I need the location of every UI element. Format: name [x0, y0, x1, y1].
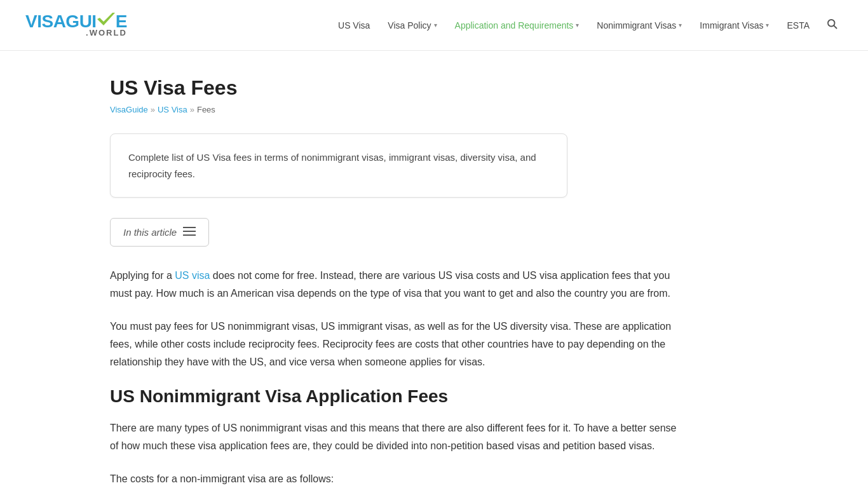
nav-item-visa-policy[interactable]: Visa Policy ▾ — [381, 15, 443, 36]
in-article-toggle[interactable]: In this article — [110, 218, 209, 247]
nav-item-application-requirements[interactable]: Application and Requirements ▾ — [449, 15, 586, 36]
chevron-down-icon: ▾ — [434, 22, 437, 29]
chevron-down-icon: ▾ — [576, 22, 579, 29]
us-visa-link[interactable]: US visa — [175, 270, 210, 281]
svg-line-2 — [834, 25, 836, 28]
site-logo[interactable]: VISA GUI E .WORLD — [25, 13, 127, 37]
nav-item-nonimmigrant-visas[interactable]: Nonimmigrant Visas ▾ — [590, 15, 688, 36]
section1-paragraph-2: The costs for a non-immigrant visa are a… — [110, 470, 682, 488]
logo-bird-icon — [97, 13, 115, 27]
section1-heading: US Nonimmigrant Visa Application Fees — [110, 386, 682, 407]
logo-world-text: .WORLD — [25, 28, 127, 37]
breadcrumb-sep2: » — [190, 105, 194, 114]
chevron-down-icon: ▾ — [679, 22, 682, 29]
chevron-down-icon: ▾ — [766, 22, 769, 29]
breadcrumb-current: Fees — [197, 105, 215, 114]
intro-p1-before: Applying for a — [110, 270, 175, 281]
breadcrumb-visaguide[interactable]: VisaGuide — [110, 105, 148, 114]
page-wrapper: US Visa Fees VisaGuide » US Visa » Fees … — [85, 51, 783, 488]
svg-marker-0 — [97, 13, 115, 25]
list-icon — [183, 226, 196, 238]
breadcrumb: VisaGuide » US Visa » Fees — [110, 105, 758, 114]
section1-paragraph-1: There are many types of US nonimmigrant … — [110, 419, 682, 455]
main-content: Applying for a US visa does not come for… — [110, 267, 682, 488]
breadcrumb-usvisa[interactable]: US Visa — [158, 105, 187, 114]
page-title: US Visa Fees — [110, 76, 758, 100]
main-nav: US Visa Visa Policy ▾ Application and Re… — [332, 13, 843, 37]
search-button[interactable] — [821, 13, 843, 37]
breadcrumb-sep1: » — [151, 105, 155, 114]
nav-item-esta[interactable]: ESTA — [780, 15, 816, 36]
search-icon — [826, 18, 837, 29]
intro-paragraph-1: Applying for a US visa does not come for… — [110, 267, 682, 302]
nav-item-immigrant-visas[interactable]: Immigrant Visas ▾ — [693, 15, 775, 36]
nav-item-us-visa[interactable]: US Visa — [332, 15, 376, 36]
summary-text: Complete list of US Visa fees in terms o… — [128, 149, 549, 182]
intro-paragraph-2: You must pay fees for US nonimmigrant vi… — [110, 318, 682, 371]
in-article-label: In this article — [123, 227, 177, 238]
summary-box: Complete list of US Visa fees in terms o… — [110, 133, 567, 198]
site-header: VISA GUI E .WORLD US Visa Visa Policy ▾ … — [0, 0, 868, 51]
